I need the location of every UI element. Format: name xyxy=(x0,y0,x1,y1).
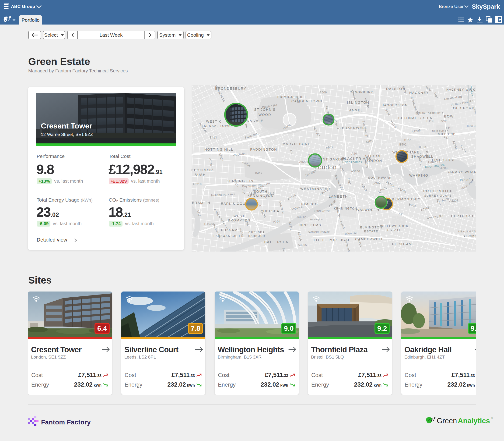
svg-text:MILE END: MILE END xyxy=(438,132,456,136)
svg-text:ESTATE: ESTATE xyxy=(364,230,378,233)
svg-text:ROTHERHITHE: ROTHERHITHE xyxy=(423,189,453,193)
svg-text:PADDINGTON: PADDINGTON xyxy=(250,148,277,151)
svg-text:B502: B502 xyxy=(399,143,406,146)
svg-text:BUSH: BUSH xyxy=(195,173,206,177)
svg-text:A304: A304 xyxy=(273,220,280,223)
svg-text:A40: A40 xyxy=(351,152,357,155)
svg-text:BATTERSEA: BATTERSEA xyxy=(264,240,288,244)
svg-text:WEST: WEST xyxy=(234,214,245,218)
svg-text:BETHNAL GREEN: BETHNAL GREEN xyxy=(398,116,433,120)
svg-text:B509: B509 xyxy=(319,91,327,94)
svg-text:A1203: A1203 xyxy=(439,166,448,170)
svg-text:A3205: A3205 xyxy=(298,243,307,247)
svg-text:ESTATE: ESTATE xyxy=(387,228,401,232)
svg-text:®: ® xyxy=(491,416,493,420)
svg-text:KENNINGTON: KENNINGTON xyxy=(314,210,331,213)
svg-text:A315: A315 xyxy=(249,192,256,195)
svg-text:WALWORTH: WALWORTH xyxy=(356,208,379,212)
svg-text:CITY OF: CITY OF xyxy=(365,154,382,158)
svg-text:BOW: BOW xyxy=(444,114,454,118)
svg-text:MARYLEBONE: MARYLEBONE xyxy=(282,142,311,146)
svg-text:PRIMROSE HILL: PRIMROSE HILL xyxy=(277,95,307,99)
svg-text:B135: B135 xyxy=(419,145,426,149)
svg-text:CLERKENWELL: CLERKENWELL xyxy=(337,126,367,130)
svg-text:HEPHERD'S: HEPHERD'S xyxy=(192,168,212,172)
svg-text:A3218: A3218 xyxy=(193,183,202,186)
svg-text:HARBOUR: HARBOUR xyxy=(248,234,265,237)
svg-text:B413: B413 xyxy=(209,136,217,139)
svg-text:A2207: A2207 xyxy=(449,199,459,202)
svg-text:A2: A2 xyxy=(378,190,382,193)
svg-text:A5204: A5204 xyxy=(299,160,309,163)
svg-text:WILLOWBROOK: WILLOWBROOK xyxy=(380,224,409,228)
svg-text:BOW: BOW xyxy=(441,120,446,123)
svg-text:Fulham: Fulham xyxy=(204,223,213,225)
svg-text:A3200: A3200 xyxy=(351,170,360,173)
svg-text:SOUTHWARK: SOUTHWARK xyxy=(368,176,392,179)
svg-text:ANGEL: ANGEL xyxy=(349,108,363,112)
svg-text:LAMBETH: LAMBETH xyxy=(329,195,348,198)
svg-text:SURREY QUAYS: SURREY QUAYS xyxy=(424,194,452,197)
svg-text:PIMLICO: PIMLICO xyxy=(301,202,318,206)
svg-text:WOOD: WOOD xyxy=(259,113,271,117)
svg-text:WEST K: WEST K xyxy=(206,120,221,123)
svg-text:A11: A11 xyxy=(446,126,451,130)
svg-text:B144: B144 xyxy=(404,138,411,142)
svg-text:Kennington: Kennington xyxy=(310,218,323,221)
svg-text:BOW COMMON: BOW COMMON xyxy=(467,125,476,127)
svg-text:OLD FORD: OLD FORD xyxy=(453,106,475,110)
svg-text:Green: Green xyxy=(437,417,457,425)
svg-text:HAGGERSTON: HAGGERSTON xyxy=(382,103,408,107)
svg-text:B412: B412 xyxy=(255,172,262,175)
svg-text:B119: B119 xyxy=(427,120,433,123)
svg-text:Cable St: Cable St xyxy=(428,160,440,164)
svg-text:BETHNAL GREEN B119: BETHNAL GREEN B119 xyxy=(415,112,443,115)
svg-text:KENSINGTON: KENSINGTON xyxy=(227,179,254,183)
svg-text:DEALS GATEWAY: DEALS GATEWAY xyxy=(458,230,476,233)
svg-text:NINE ELMS: NINE ELMS xyxy=(299,223,321,227)
svg-text:Analytics: Analytics xyxy=(458,417,490,425)
svg-text:ELMINGTON: ELMINGTON xyxy=(360,226,382,229)
svg-text:CHELSEA: CHELSEA xyxy=(249,231,265,234)
svg-text:MILE END RD: MILE END RD xyxy=(432,130,448,133)
svg-text:A315: A315 xyxy=(267,192,274,195)
svg-text:PECKHAM: PECKHAM xyxy=(392,242,412,246)
svg-text:CANARY WHARF: CANARY WHARF xyxy=(446,170,476,174)
svg-text:A3212: A3212 xyxy=(297,215,306,219)
svg-text:BERMONDSEY: BERMONDSEY xyxy=(392,197,420,201)
svg-text:PATMORE ESTATE: PATMORE ESTATE xyxy=(308,231,330,234)
svg-text:KENSAL TOWN: KENSAL TOWN xyxy=(204,124,231,127)
svg-text:ST JOHNS: ST JOHNS xyxy=(463,235,476,237)
svg-text:CAMDEN TOWN: CAMDEN TOWN xyxy=(291,99,323,103)
svg-text:DEPTFORD: DEPTFORD xyxy=(451,214,474,218)
svg-text:SHADWELL: SHADWELL xyxy=(411,155,433,158)
svg-text:NOTTING HILL: NOTTING HILL xyxy=(204,148,233,151)
svg-text:River Thames: River Thames xyxy=(342,160,362,164)
svg-text:MMERSMITH: MMERSMITH xyxy=(192,201,210,205)
svg-text:HACKNEY: HACKNEY xyxy=(409,91,429,94)
svg-text:WAPPING: WAPPING xyxy=(409,173,428,177)
